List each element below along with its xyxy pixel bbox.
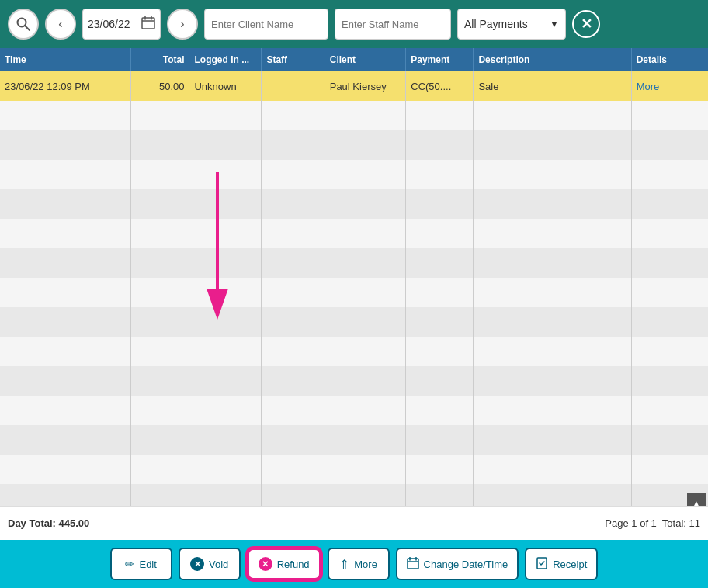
page-info: Page 1 of 1 Total: 11 bbox=[605, 517, 700, 529]
table-row bbox=[0, 484, 708, 506]
table-row bbox=[0, 366, 708, 396]
table-row bbox=[0, 337, 708, 366]
calendar-btn-icon bbox=[407, 557, 419, 572]
table-row bbox=[0, 248, 708, 278]
refund-label: Refund bbox=[277, 559, 310, 570]
table-row bbox=[0, 219, 708, 248]
status-bar: Day Total: 445.00 Page 1 of 1 Total: 11 bbox=[0, 506, 708, 540]
cell-payment: CC(50.... bbox=[406, 71, 474, 101]
col-header-details: Details bbox=[631, 48, 708, 71]
svg-line-1 bbox=[25, 26, 30, 30]
table-row bbox=[0, 425, 708, 455]
payments-table: Time Total Logged In ... Staff Client Pa… bbox=[0, 48, 708, 506]
col-header-time: Time bbox=[0, 48, 130, 71]
change-date-button[interactable]: Change Date/Time bbox=[396, 548, 519, 580]
table-row bbox=[0, 130, 708, 160]
main-content: Time Total Logged In ... Staff Client Pa… bbox=[0, 48, 708, 540]
cell-time: 23/06/22 12:09 PM bbox=[0, 71, 130, 101]
receipt-button[interactable]: Receipt bbox=[525, 548, 598, 580]
table-row bbox=[0, 101, 708, 130]
svg-rect-8 bbox=[408, 559, 418, 569]
col-header-description: Description bbox=[474, 48, 631, 71]
next-button[interactable]: › bbox=[167, 9, 198, 40]
scroll-up-button[interactable]: ▲ bbox=[687, 493, 706, 506]
search-button[interactable] bbox=[8, 9, 39, 40]
more-button[interactable]: ⇑ More bbox=[328, 548, 390, 580]
table-row bbox=[0, 396, 708, 425]
void-icon: ✕ bbox=[190, 557, 204, 571]
date-input-container: 23/06/22 bbox=[82, 9, 161, 40]
more-label: More bbox=[354, 559, 377, 570]
cell-client: Paul Kiersey bbox=[324, 71, 406, 101]
staff-name-input[interactable] bbox=[335, 9, 451, 40]
cell-loggedin: Unknown bbox=[189, 71, 262, 101]
void-label: Void bbox=[209, 559, 228, 570]
receipt-icon bbox=[536, 557, 548, 572]
refund-button[interactable]: ✕ Refund bbox=[247, 548, 321, 580]
receipt-label: Receipt bbox=[553, 559, 587, 570]
table-row[interactable]: 23/06/22 12:09 PM 50.00 Unknown Paul Kie… bbox=[0, 71, 708, 101]
col-header-total: Total bbox=[130, 48, 189, 71]
table-row bbox=[0, 160, 708, 189]
change-date-label: Change Date/Time bbox=[424, 559, 508, 570]
table-row bbox=[0, 455, 708, 484]
edit-label: Edit bbox=[139, 559, 156, 570]
payment-selected-value: All Payments bbox=[464, 18, 547, 30]
col-header-payment: Payment bbox=[406, 48, 474, 71]
col-header-staff: Staff bbox=[262, 48, 324, 71]
table-row bbox=[0, 189, 708, 219]
day-total: Day Total: 445.00 bbox=[8, 517, 89, 529]
top-toolbar: ‹ 23/06/22 › All Payments ▼ ✕ bbox=[0, 0, 708, 48]
cell-total: 50.00 bbox=[130, 71, 189, 101]
date-value: 23/06/22 bbox=[88, 18, 138, 30]
close-button[interactable]: ✕ bbox=[572, 10, 600, 38]
col-header-client: Client bbox=[324, 48, 406, 71]
cell-staff bbox=[262, 71, 324, 101]
svg-rect-2 bbox=[142, 18, 154, 29]
void-button[interactable]: ✕ Void bbox=[179, 548, 241, 580]
refund-icon: ✕ bbox=[259, 557, 272, 571]
scroll-buttons: ▲ ▼ bbox=[685, 82, 708, 506]
more-icon: ⇑ bbox=[339, 557, 349, 572]
dropdown-arrow-icon: ▼ bbox=[550, 19, 559, 29]
bottom-toolbar: ✏ Edit ✕ Void ✕ Refund ⇑ More Change Dat… bbox=[0, 540, 708, 588]
edit-icon: ✏ bbox=[125, 558, 134, 570]
table-row bbox=[0, 307, 708, 337]
table-header-row: Time Total Logged In ... Staff Client Pa… bbox=[0, 48, 708, 71]
payment-dropdown[interactable]: All Payments ▼ bbox=[457, 9, 566, 40]
edit-button[interactable]: ✏ Edit bbox=[110, 548, 172, 580]
table-row bbox=[0, 278, 708, 307]
cell-description: Sale bbox=[474, 71, 631, 101]
table-container: Time Total Logged In ... Staff Client Pa… bbox=[0, 48, 708, 506]
client-name-input[interactable] bbox=[204, 9, 328, 40]
col-header-loggedin: Logged In ... bbox=[189, 48, 262, 71]
prev-button[interactable]: ‹ bbox=[45, 9, 76, 40]
calendar-icon[interactable] bbox=[141, 16, 155, 33]
